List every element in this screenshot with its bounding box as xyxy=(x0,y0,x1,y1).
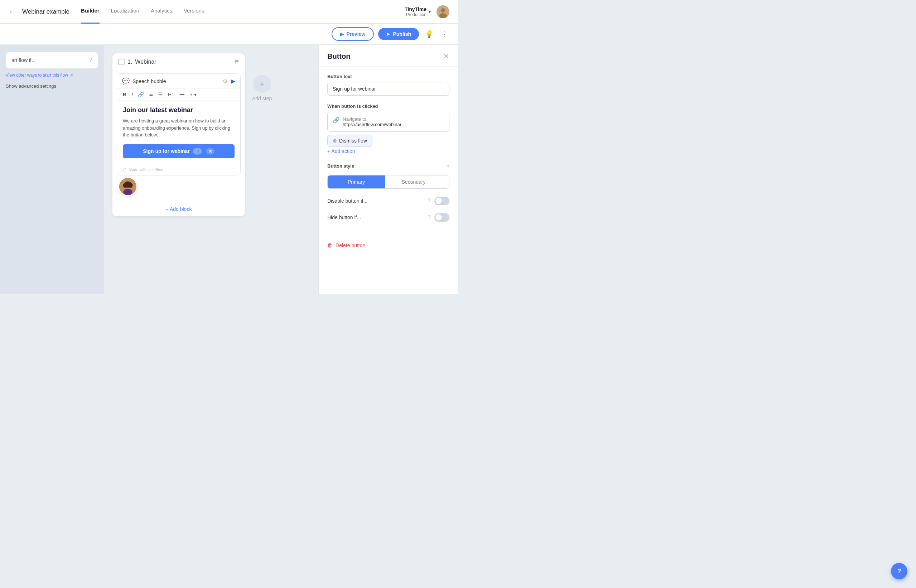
style-header: Button style ? xyxy=(327,163,449,171)
svg-point-1 xyxy=(441,8,445,13)
run-icon[interactable]: ▶ xyxy=(231,78,235,84)
hide-label: Hide button if... xyxy=(327,215,361,220)
delete-button[interactable]: 🗑 Delete button xyxy=(327,241,449,250)
style-help-icon[interactable]: ? xyxy=(446,164,449,171)
divider xyxy=(327,231,449,231)
step-number: 1. Webinar xyxy=(118,59,157,65)
user-avatar xyxy=(118,177,137,196)
nav-right: TinyTime Production ▾ xyxy=(405,5,449,18)
when-clicked-label: When button is clicked xyxy=(327,103,449,109)
disable-help-icon[interactable]: ? xyxy=(428,198,431,204)
speech-bubble-icon: 💬 xyxy=(122,78,129,85)
component-type-label: Speech bubble xyxy=(132,78,166,84)
dismiss-icon: ⊗ xyxy=(333,138,337,144)
userflow-logo-icon: ⬡ xyxy=(123,167,126,172)
cta-remove-icon: ✕ xyxy=(206,148,215,155)
italic-button[interactable]: I xyxy=(130,91,134,98)
left-sidebar: art flow if... ? View other ways to star… xyxy=(0,45,104,294)
more-formatting-button[interactable]: ••• xyxy=(178,91,186,98)
button-text-section: Button text xyxy=(327,74,449,95)
component-header-left: 💬 Speech bubble xyxy=(122,78,166,85)
close-icon[interactable]: ✕ xyxy=(443,52,449,61)
trigger-text: art flow if... xyxy=(11,57,36,63)
app-title: Webinar example xyxy=(22,8,69,15)
navigate-url: https://userflow.com/webinar xyxy=(343,122,401,127)
more-options-icon[interactable]: ⋮ xyxy=(439,28,449,40)
link-icon: 🔗 xyxy=(333,117,340,124)
show-advanced-settings[interactable]: Show advanced settings xyxy=(6,84,98,89)
button-style-label: Button style xyxy=(327,163,354,169)
settings-icon[interactable]: ⚙ xyxy=(223,78,228,84)
play-icon: ▶ xyxy=(340,32,344,37)
add-step-button[interactable]: + xyxy=(253,75,271,93)
disable-toggle-right: ? xyxy=(428,197,449,205)
tab-builder[interactable]: Builder xyxy=(81,0,100,24)
add-step-column: + Add step xyxy=(252,53,272,101)
toolbar-row: ▶ Preview ➤ Publish 💡 ⋮ xyxy=(0,24,458,45)
hide-button-row: Hide button if... ? xyxy=(327,213,449,222)
company-name: TinyTime xyxy=(405,6,426,12)
bubble-heading: Join our latest webinar xyxy=(123,107,234,114)
hide-help-icon[interactable]: ? xyxy=(428,214,431,221)
lightbulb-icon[interactable]: 💡 xyxy=(423,28,435,40)
cta-button[interactable]: Sign up for webinar 🔗 ✕ xyxy=(123,144,234,158)
heading-button[interactable]: H1 xyxy=(166,91,176,98)
dismiss-label: Dismiss flow xyxy=(339,138,367,144)
preview-button[interactable]: ▶ Preview xyxy=(331,27,374,41)
panel-title: Button xyxy=(327,52,350,61)
tab-versions[interactable]: Versions xyxy=(184,0,205,24)
back-button[interactable]: ← xyxy=(9,7,16,16)
canvas-area: 1. Webinar ⚑ 💬 Speech bubble ⚙ ▶ xyxy=(104,45,318,294)
add-action-button[interactable]: + Add action xyxy=(327,147,355,155)
disable-label: Disable button if... xyxy=(327,198,367,204)
panel-header: Button ✕ xyxy=(319,45,458,66)
component-header: 💬 Speech bubble ⚙ ▶ xyxy=(117,74,240,89)
hide-toggle-right: ? xyxy=(428,213,449,222)
external-link-icon: ↗ xyxy=(69,73,73,78)
nav-tabs: Builder Localization Analytics Versions xyxy=(81,0,405,24)
cta-link-icon: 🔗 xyxy=(193,148,202,155)
top-nav: ← Webinar example Builder Localization A… xyxy=(0,0,458,24)
trigger-card: art flow if... ? xyxy=(6,52,98,68)
link-button[interactable]: 🔗 xyxy=(136,91,145,98)
tab-localization[interactable]: Localization xyxy=(111,0,139,24)
hide-toggle[interactable] xyxy=(435,213,449,222)
bold-button[interactable]: B xyxy=(121,91,128,98)
tab-analytics[interactable]: Analytics xyxy=(151,0,172,24)
step-header: 1. Webinar ⚑ xyxy=(112,53,245,69)
component-actions: ⚙ ▶ xyxy=(223,78,235,84)
avatar[interactable] xyxy=(436,5,449,18)
text-editor-toolbar: B I 🔗 ≣ ☰ H1 ••• + ▾ xyxy=(117,89,240,101)
add-block-button[interactable]: + Add block xyxy=(112,202,245,216)
ordered-list-button[interactable]: ≣ xyxy=(147,91,155,98)
button-style-section: Button style ? Primary Secondary xyxy=(327,163,449,189)
bubble-footer: ⬡ Made with Userflow xyxy=(117,164,240,175)
disable-toggle[interactable] xyxy=(435,197,449,205)
bubble-body: We are hosting a great webinar on how to… xyxy=(123,118,234,139)
secondary-style-button[interactable]: Secondary xyxy=(385,176,442,188)
svg-point-5 xyxy=(124,189,132,195)
trash-icon: 🗑 xyxy=(327,242,333,248)
dismiss-flow-tag[interactable]: ⊗ Dismiss flow xyxy=(327,135,372,147)
main-area: art flow if... ? View other ways to star… xyxy=(0,45,458,294)
publish-button[interactable]: ➤ Publish xyxy=(378,28,419,40)
button-text-label: Button text xyxy=(327,74,449,79)
bubble-content: Join our latest webinar We are hosting a… xyxy=(117,101,240,164)
primary-style-button[interactable]: Primary xyxy=(328,176,385,188)
right-panel: Button ✕ Button text When button is clic… xyxy=(318,45,458,294)
button-text-input[interactable] xyxy=(327,82,449,95)
step-checkbox[interactable] xyxy=(118,59,124,65)
company-selector[interactable]: TinyTime Production ▾ xyxy=(405,6,431,17)
view-other-ways-link[interactable]: View other ways to start this flow ↗ xyxy=(6,73,98,78)
trigger-help-icon[interactable]: ? xyxy=(89,57,92,63)
when-clicked-section: When button is clicked 🔗 Navigate to htt… xyxy=(327,103,449,155)
chevron-down-icon: ▾ xyxy=(429,9,431,15)
unordered-list-button[interactable]: ☰ xyxy=(157,91,164,98)
add-element-button[interactable]: + ▾ xyxy=(188,91,198,98)
bubble-footer-text: Made with Userflow xyxy=(129,168,163,172)
step-card: 1. Webinar ⚑ 💬 Speech bubble ⚙ ▶ xyxy=(112,53,245,216)
cta-label: Sign up for webinar xyxy=(143,148,190,154)
disable-button-row: Disable button if... ? xyxy=(327,197,449,205)
panel-body: Button text When button is clicked 🔗 Nav… xyxy=(319,66,458,257)
flag-icon[interactable]: ⚑ xyxy=(234,58,239,65)
